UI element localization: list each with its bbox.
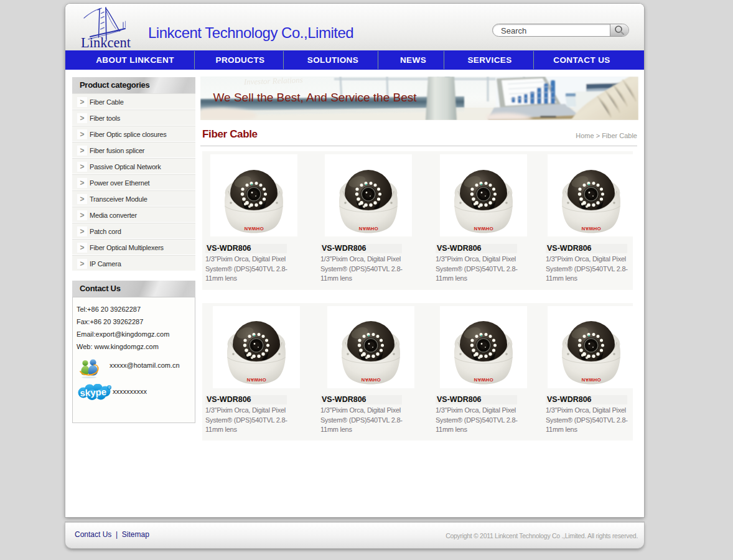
svg-text:We Sell the Best, And Service: We Sell the Best, And Service the Best [213, 91, 418, 104]
svg-text:®: ® [108, 386, 111, 390]
svg-text:Linkcent: Linkcent [81, 35, 131, 50]
svg-text:skype: skype [80, 386, 106, 398]
